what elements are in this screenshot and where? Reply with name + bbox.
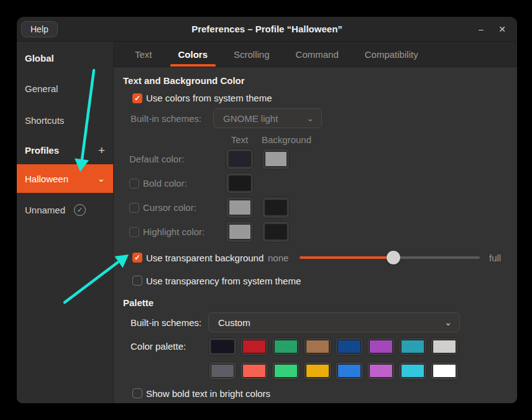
cursor-color-checkbox[interactable] [129,203,139,213]
cursor-color-label: Cursor color: [143,202,196,213]
palette-swatch-cyan[interactable] [398,337,427,356]
transparent-background-row: ✓ Use transparent background none full [132,251,517,264]
builtin-schemes-dropdown[interactable]: GNOME light ⌄ [213,108,322,128]
use-system-transparency-label: Use transparency from system theme [146,276,301,286]
default-text-color-swatch[interactable] [226,148,254,170]
builtin-schemes-value: GNOME light [223,113,278,124]
bold-color-row: Bold color: [129,172,517,194]
bold-color-checkbox[interactable] [129,179,139,189]
column-header-text: Text [226,134,254,145]
palette-swatch-bright-white[interactable] [430,362,459,380]
palette-swatch-brown[interactable] [303,337,332,356]
sidebar: Global General Shortcuts Profiles + Hall… [17,42,114,403]
sidebar-item-shortcuts[interactable]: Shortcuts [25,115,113,126]
show-bold-bright-checkbox[interactable] [132,388,142,398]
palette-builtin-schemes-label: Built-in schemes: [131,317,208,328]
bold-text-color-swatch[interactable] [226,172,254,194]
colors-pane: Text and Background Color ✓ Use colors f… [114,67,517,403]
palette-row-bright [208,362,459,380]
default-profile-check-icon: ✓ [74,204,86,216]
chevron-down-icon[interactable]: ⌄ [97,173,105,184]
default-background-color-swatch[interactable] [262,148,290,170]
palette-swatch-blue[interactable] [335,337,364,356]
cursor-text-color-swatch[interactable] [226,197,254,218]
sidebar-item-profile-unnamed[interactable]: Unnamed ✓ [17,197,113,222]
highlight-background-color-swatch[interactable] [262,221,290,243]
sidebar-item-profile-halloween[interactable]: Halloween ⌄ [17,164,113,193]
tab-compatibility[interactable]: Compatibility [352,42,431,67]
profile-halloween-label: Halloween [25,174,68,184]
highlight-text-color-swatch[interactable] [226,221,254,243]
slider-handle[interactable] [387,251,400,264]
slider-fill [300,256,393,259]
use-system-transparency-checkbox[interactable] [132,276,142,286]
use-transparent-background-label: Use transparent background [146,253,268,263]
sidebar-header-profiles: Profiles [25,145,59,156]
default-color-label: Default color: [129,154,184,164]
palette-swatch-lightgray[interactable] [430,337,459,356]
transparency-slider[interactable] [300,251,480,264]
tab-bar: Text Colors Scrolling Command Compatibil… [114,42,517,67]
cursor-color-row: Cursor color: [129,197,517,218]
tab-scrolling[interactable]: Scrolling [221,42,283,67]
palette-swatch-bright-magenta[interactable] [367,362,395,380]
palette-swatch-green[interactable] [272,337,300,356]
titlebar: Preferences – Profile “Halloween” Help –… [17,17,517,42]
use-transparent-background-checkbox[interactable]: ✓ [132,253,142,263]
palette-swatch-bright-green[interactable] [272,362,300,380]
checkmark-icon: ✓ [134,253,140,262]
content-area: Text Colors Scrolling Command Compatibil… [114,42,517,403]
profile-unnamed-label: Unnamed [25,205,65,215]
use-system-theme-checkbox[interactable]: ✓ [132,93,142,103]
default-color-row: Default color: [129,148,517,170]
palette-swatch-bright-black[interactable] [208,362,237,380]
highlight-color-label: Highlight color: [143,226,204,237]
palette-swatch-bright-red[interactable] [240,362,268,380]
preferences-window: Preferences – Profile “Halloween” Help –… [17,17,517,403]
color-palette-label: Color palette: [131,337,208,352]
checkmark-icon: ✓ [134,94,140,103]
chevron-down-icon: ⌄ [444,317,452,327]
transparency-none-label: none [268,253,291,263]
palette-swatch-black[interactable] [208,337,237,356]
window-title: Preferences – Profile “Halloween” [17,24,517,34]
section-title-palette: Palette [123,297,517,308]
minimize-icon[interactable]: – [476,24,486,34]
bold-color-label: Bold color: [143,178,187,189]
section-title-text-background: Text and Background Color [123,75,517,86]
close-icon[interactable]: ✕ [497,24,507,34]
chevron-down-icon: ⌄ [306,113,314,123]
transparency-full-label: full [489,253,501,263]
cursor-background-color-swatch[interactable] [262,197,290,218]
palette-row-normal [208,337,459,356]
tab-colors[interactable]: Colors [165,42,221,67]
use-system-theme-label: Use colors from system theme [146,93,272,103]
builtin-schemes-label: Built-in schemes: [131,113,206,124]
sidebar-header-global: Global [25,53,113,63]
palette-swatch-red[interactable] [240,337,268,356]
palette-swatch-bright-cyan[interactable] [398,362,427,380]
color-table: Text Background Default color: Bold colo… [129,133,517,243]
column-header-background: Background [262,134,290,145]
sidebar-item-general[interactable]: General [25,83,113,94]
tab-text[interactable]: Text [122,42,165,67]
palette-builtin-schemes-dropdown[interactable]: Custom ⌄ [208,312,460,332]
show-bold-bright-label: Show bold text in bright colors [146,388,270,399]
palette-swatch-magenta[interactable] [367,337,395,356]
palette-builtin-schemes-value: Custom [218,317,250,328]
palette-swatch-bright-yellow[interactable] [303,362,332,380]
palette-swatch-bright-blue[interactable] [335,362,364,380]
tab-command[interactable]: Command [283,42,352,67]
help-button[interactable]: Help [21,21,58,37]
highlight-color-checkbox[interactable] [129,227,139,237]
add-profile-icon[interactable]: + [98,146,105,155]
highlight-color-row: Highlight color: [129,221,517,243]
